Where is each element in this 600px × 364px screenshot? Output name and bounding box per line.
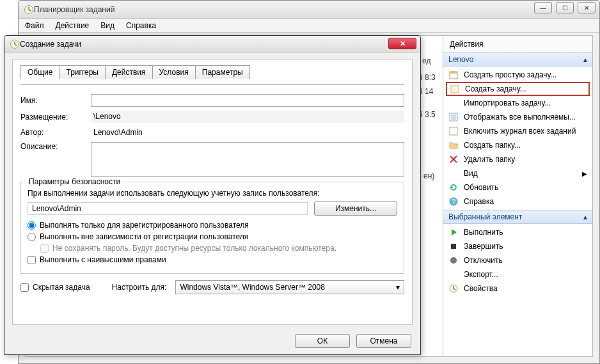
action-create-basic-task[interactable]: Создать простую задачу... [443, 68, 592, 82]
action-new-folder[interactable]: Создать папку... [443, 138, 592, 152]
action-help[interactable]: ? Справка [443, 194, 592, 209]
actions-section-lenovo[interactable]: Lenovo ▴ [443, 52, 592, 67]
action-label: Вид [464, 169, 478, 178]
action-import-task[interactable]: Импортировать задачу... [443, 96, 592, 110]
status-fragment: ен) [423, 171, 434, 180]
radio-any-user[interactable]: Выполнять вне зависимости от регистрации… [28, 232, 397, 241]
action-disable[interactable]: Отключить [443, 253, 592, 267]
close-button[interactable]: ✕ [578, 2, 596, 13]
action-label: Включить журнал всех заданий [464, 127, 576, 136]
action-end[interactable]: Завершить [443, 239, 592, 253]
action-label: Выполнить [464, 228, 503, 237]
checkbox-hidden[interactable]: Скрытая задача [20, 283, 90, 292]
section-label: Lenovo [448, 55, 473, 64]
dialog-close-button[interactable]: ✕ [388, 38, 416, 49]
action-run[interactable]: Выполнить [443, 225, 592, 239]
tab-triggers[interactable]: Триггеры [59, 65, 106, 79]
action-enable-history[interactable]: Включить журнал всех заданий [443, 124, 592, 138]
chevron-down-icon: ▾ [396, 283, 400, 292]
label-location: Размещение: [20, 113, 91, 122]
actions-list-1: Создать простую задачу... Создать задачу… [443, 67, 592, 210]
radio-label: Выполнять только для зарегистрированного… [40, 221, 249, 230]
radio-any-input[interactable] [28, 233, 36, 241]
action-properties[interactable]: Свойства [443, 281, 592, 296]
action-export[interactable]: Экспорт... [443, 267, 592, 281]
action-label: Свойства [464, 284, 498, 293]
action-label: Создать простую задачу... [464, 70, 557, 79]
actions-section-selected[interactable]: Выбранный элемент ▴ [443, 210, 592, 224]
section-label: Выбранный элемент [448, 212, 522, 221]
action-label: Создать задачу... [465, 84, 526, 93]
action-label: Импортировать задачу... [464, 99, 551, 107]
actions-pane: Действия Lenovo ▴ Создать простую задачу… [443, 36, 592, 356]
security-account-label: При выполнении задачи использовать следу… [28, 189, 397, 198]
location-value: \Lenovo [91, 111, 404, 123]
main-titlebar: Планировщик заданий — ☐ ✕ [19, 1, 599, 19]
minimize-button[interactable]: — [534, 2, 552, 13]
calendar-icon [448, 70, 459, 80]
export-icon [448, 269, 459, 280]
svg-rect-10 [450, 127, 457, 135]
checkbox-highest-privileges[interactable]: Выполнить с наивысшими правами [28, 255, 397, 264]
label-name: Имя: [20, 96, 91, 105]
radio-label: Выполнять вне зависимости от регистрации… [40, 232, 248, 241]
combo-value: Windows Vista™, Windows Server™ 2008 [180, 283, 325, 292]
collapse-icon: ▴ [583, 55, 587, 64]
menu-help[interactable]: Справка [126, 21, 156, 30]
submenu-arrow-icon: ▶ [582, 170, 587, 177]
import-icon [448, 98, 459, 108]
time-fragment-3: 6 3:5 [418, 110, 436, 119]
menu-action[interactable]: Действие [56, 21, 90, 30]
menu-file[interactable]: Файл [25, 21, 44, 30]
svg-text:?: ? [452, 198, 455, 205]
svg-point-16 [450, 257, 457, 264]
tab-settings[interactable]: Параметры [195, 65, 250, 79]
author-value: Lenovo\Admin [91, 127, 404, 138]
checkbox-label: Выполнить с наивысшими правами [40, 255, 166, 264]
tab-general[interactable]: Общие [20, 65, 59, 79]
name-input[interactable] [91, 94, 404, 107]
help-icon: ? [448, 196, 459, 207]
refresh-icon [448, 182, 459, 193]
time-fragment-1: 6 8:3 [418, 73, 436, 82]
highest-priv-input[interactable] [28, 256, 36, 264]
action-view[interactable]: Вид ▶ [443, 166, 592, 180]
security-fieldset: Параметры безопасности При выполнении за… [20, 182, 404, 274]
label-author: Автор: [20, 128, 91, 137]
action-show-running[interactable]: Отображать все выполняемы... [443, 110, 592, 124]
label-configure-for: Настроить для: [112, 283, 167, 292]
cancel-button[interactable]: Отмена [356, 334, 411, 348]
description-input[interactable] [91, 142, 404, 177]
action-label: Отключить [464, 256, 503, 265]
change-user-button[interactable]: Изменить... [314, 202, 397, 216]
dialog-titlebar[interactable]: Создание задачи ✕ [4, 36, 420, 52]
ok-button[interactable]: ОК [295, 334, 350, 348]
create-task-dialog: Создание задачи ✕ Общие Триггеры Действи… [4, 35, 421, 355]
collapse-icon: ▴ [583, 212, 587, 221]
configure-for-combo[interactable]: Windows Vista™, Windows Server™ 2008 ▾ [175, 280, 404, 294]
menu-view[interactable]: Вид [100, 21, 114, 30]
svg-rect-4 [450, 72, 457, 74]
action-delete-folder[interactable]: Удалить папку [443, 152, 592, 166]
action-refresh[interactable]: Обновить [443, 180, 592, 194]
svg-rect-5 [451, 86, 459, 93]
tab-conditions[interactable]: Условия [152, 65, 196, 79]
list-icon [448, 112, 459, 122]
blank-icon [448, 168, 459, 178]
action-label: Создать папку... [464, 141, 521, 150]
disable-icon [448, 255, 459, 265]
action-label: Завершить [464, 242, 503, 251]
action-label: Справка [464, 197, 494, 206]
hidden-input[interactable] [20, 283, 29, 292]
no-password-input [40, 244, 49, 253]
action-create-task[interactable]: Создать задачу... [446, 82, 590, 96]
radio-logged-on-input[interactable] [28, 221, 36, 230]
tab-actions[interactable]: Действия [105, 65, 153, 79]
stop-icon [448, 241, 459, 251]
actions-list-2: Выполнить Завершить Отключить Экспорт...… [443, 224, 592, 297]
action-label: Обновить [464, 183, 498, 192]
radio-logged-on-only[interactable]: Выполнять только для зарегистрированного… [28, 221, 397, 230]
security-legend: Параметры безопасности [26, 177, 123, 186]
maximize-button[interactable]: ☐ [556, 2, 574, 13]
menubar: Файл Действие Вид Справка [19, 19, 599, 33]
